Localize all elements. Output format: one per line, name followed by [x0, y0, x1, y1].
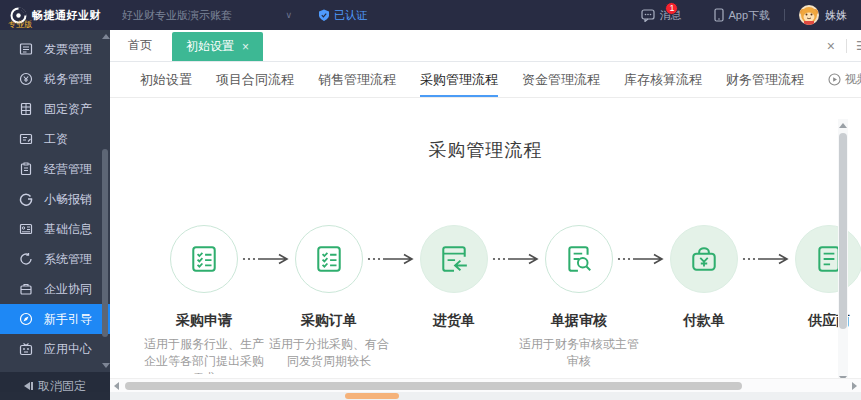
home-tab[interactable]: 首页	[128, 37, 152, 54]
guide-icon	[19, 312, 33, 326]
sidebar-item-salary[interactable]: 工资	[0, 124, 110, 154]
tab-sales-flow[interactable]: 销售管理流程	[318, 62, 396, 97]
tab-purchase-flow[interactable]: 采购管理流程	[420, 62, 498, 97]
sidebar-scrollbar-thumb[interactable]	[102, 149, 108, 337]
account-set-value: 好业财专业版演示账套	[122, 8, 232, 23]
tab-finance-flow[interactable]: 财务管理流程	[726, 62, 804, 97]
node-label: 付款单	[639, 312, 769, 330]
sidebar-item-tax[interactable]: 税务管理	[0, 64, 110, 94]
sidebar-scrollbar[interactable]	[101, 31, 109, 371]
brand-edition-badge: 专业版	[8, 19, 32, 30]
sidebar-item-label: 小畅报销	[44, 191, 92, 208]
checklist-icon	[314, 244, 344, 274]
vertical-scrollbar[interactable]	[838, 119, 848, 385]
sidebar-item-operation[interactable]: 经营管理	[0, 154, 110, 184]
brand-title: 畅捷通好业财	[32, 8, 101, 23]
account-set-select[interactable]: 好业财专业版演示账套 ∨	[122, 8, 292, 23]
horizontal-scrollbar[interactable]	[110, 378, 861, 392]
shield-icon	[318, 9, 330, 22]
tab-project-contract-flow[interactable]: 项目合同流程	[216, 62, 294, 97]
collapse-left-icon	[24, 382, 33, 390]
flow-arrow	[363, 253, 420, 265]
close-tabs-icon[interactable]: ×	[816, 38, 846, 54]
doc-search-icon	[564, 244, 594, 274]
sidebar-item-label: 固定资产	[44, 101, 92, 118]
tab-list-menu-icon[interactable]: ☰	[847, 39, 861, 53]
sidebar-item-app-center[interactable]: 应用中心	[0, 334, 110, 364]
node-description	[394, 336, 514, 374]
sidebar-item-reimburse[interactable]: 小畅报销	[0, 184, 110, 214]
app-center-icon	[19, 342, 33, 356]
tax-icon	[19, 72, 33, 86]
tab-fund-flow[interactable]: 资金管理流程	[522, 62, 600, 97]
salary-icon	[19, 132, 33, 146]
node-label: 采购订单	[264, 312, 394, 330]
sidebar-item-guide[interactable]: 新手引导	[0, 304, 110, 334]
flow-node-purchase-order: 采购订单 适用于分批采购、有合同发货周期较长	[295, 225, 363, 293]
chevron-down-icon: ∨	[285, 10, 292, 20]
sidebar-item-collab[interactable]: 企业协同	[0, 274, 110, 304]
tab-close-icon[interactable]: ×	[242, 40, 249, 54]
scroll-left-icon[interactable]	[114, 382, 119, 390]
scroll-up-icon[interactable]	[839, 123, 847, 128]
sidebar-item-label: 企业协同	[44, 281, 92, 298]
vertical-scrollbar-thumb[interactable]	[839, 133, 847, 329]
flow-content: 采购管理流程 采购申请 适用于服务行业、生产企业等各部门提出采购需求	[110, 98, 861, 377]
node-circle[interactable]	[670, 225, 738, 293]
operation-icon	[19, 162, 33, 176]
main-area: 首页 初始设置 × × ☰ 初始设置 项目合同流程 销售管理流程 采购管理流程 …	[110, 30, 861, 392]
app-window: 畅捷通好业财 专业版 好业财专业版演示账套 ∨ 已认证 消息 1	[0, 0, 861, 400]
username-label[interactable]: 姝姝	[825, 8, 847, 23]
tab-initial-settings[interactable]: 初始设置	[140, 62, 192, 97]
node-circle[interactable]	[545, 225, 613, 293]
video-label: 视频	[845, 71, 861, 88]
node-circle[interactable]	[795, 225, 861, 293]
messages-count-badge: 1	[665, 2, 678, 15]
tab-inventory-flow[interactable]: 库存核算流程	[624, 62, 702, 97]
horizontal-scrollbar-thumb[interactable]	[125, 382, 742, 390]
node-label: 单据审核	[514, 312, 644, 330]
node-description	[644, 336, 764, 374]
scroll-right-icon[interactable]	[852, 382, 857, 390]
tab-label: 初始设置	[186, 38, 234, 55]
flow-subtabs: 初始设置 项目合同流程 销售管理流程 采购管理流程 资金管理流程 库存核算流程 …	[110, 62, 861, 98]
purse-yen-icon	[689, 244, 719, 274]
checklist-icon	[189, 244, 219, 274]
sidebar-item-label: 发票管理	[44, 41, 92, 58]
node-label: 采购申请	[139, 312, 269, 330]
sidebar: 发票管理 税务管理 固定资产 工资 经营管理 小畅报销	[0, 30, 110, 372]
play-circle-icon	[828, 73, 841, 86]
collab-icon	[19, 282, 33, 296]
doc-arrow-in-icon	[439, 244, 469, 274]
sidebar-item-system[interactable]: 系统管理	[0, 244, 110, 274]
flow-arrow	[613, 253, 670, 265]
node-circle[interactable]	[295, 225, 363, 293]
flow-node-supplier: 供应商	[795, 225, 861, 293]
scroll-down-icon[interactable]	[102, 363, 110, 368]
window-scrollbar[interactable]	[0, 392, 861, 400]
app-download-button[interactable]: App下载	[714, 8, 770, 23]
brand-logo: 畅捷通好业财 专业版	[0, 0, 112, 30]
flow-node-payment: 付款单	[670, 225, 738, 293]
flow-diagram: 采购申请 适用于服务行业、生产企业等各部门提出采购需求 采购订单 适用于分批采购…	[170, 225, 861, 293]
sidebar-item-label: 应用中心	[44, 341, 92, 358]
base-info-icon	[19, 222, 33, 236]
tab-initial-setup[interactable]: 初始设置 ×	[172, 32, 263, 61]
flow-node-doc-review: 单据审核 适用于财务审核或主管审核	[545, 225, 613, 293]
messages-button[interactable]: 消息 1	[641, 8, 681, 23]
verified-badge: 已认证	[318, 8, 367, 23]
phone-icon	[714, 8, 724, 22]
window-scrollbar-thumb[interactable]	[345, 393, 399, 399]
sidebar-item-label: 新手引导	[44, 311, 92, 328]
node-circle[interactable]	[170, 225, 238, 293]
sidebar-item-base-info[interactable]: 基础信息	[0, 214, 110, 244]
document-tabstrip: 首页 初始设置 × × ☰	[110, 30, 861, 62]
scroll-up-icon[interactable]	[102, 34, 110, 39]
avatar[interactable]	[799, 5, 819, 25]
system-icon	[19, 252, 33, 266]
sidebar-item-invoice[interactable]: 发票管理	[0, 34, 110, 64]
video-button[interactable]: 视频	[828, 71, 861, 88]
node-circle[interactable]	[420, 225, 488, 293]
page-title: 采购管理流程	[110, 138, 861, 162]
sidebar-item-fixed-asset[interactable]: 固定资产	[0, 94, 110, 124]
